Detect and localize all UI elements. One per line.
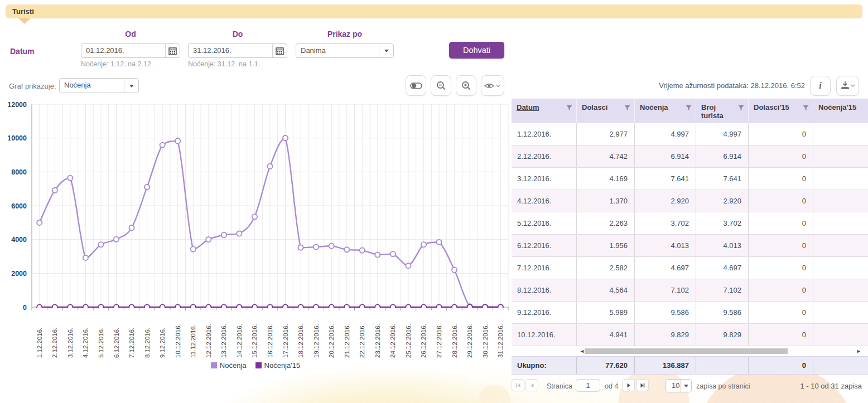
table-cell: 7.641 [635, 168, 696, 190]
table-row[interactable]: 3.12.2016.4.1697.6417.6410 [512, 168, 868, 190]
date-to-input[interactable]: 31.12.2016. [188, 43, 287, 58]
next-page-button[interactable] [622, 379, 635, 391]
panel-title: Turisti [6, 7, 34, 16]
panel-header[interactable]: Turisti [6, 4, 862, 18]
panel-arrow-icon [18, 18, 31, 24]
svg-text:15.12.2016.: 15.12.2016. [251, 324, 258, 358]
filter-icon[interactable] [624, 105, 630, 111]
svg-text:8000: 8000 [11, 168, 27, 176]
table-row[interactable]: 6.12.2016.1.9564.0134.0130 [512, 235, 868, 257]
table-cell: 4.941 [577, 324, 635, 346]
table-cell: 1.956 [577, 235, 635, 256]
toggle-button[interactable] [406, 75, 426, 96]
svg-text:20.12.2016.: 20.12.2016. [328, 324, 335, 358]
svg-text:4.12.2016.: 4.12.2016. [82, 328, 89, 358]
column-header[interactable]: Broj turista [696, 99, 749, 123]
total-cell: 77.620 [577, 357, 635, 374]
page-size-select[interactable]: 10 [666, 379, 692, 392]
filter-icon[interactable] [738, 105, 744, 111]
filter-icon[interactable] [686, 105, 692, 111]
table-cell [813, 279, 868, 301]
legend-item[interactable]: Noćenja [211, 361, 247, 370]
info-button[interactable]: i [810, 76, 831, 96]
chevron-down-icon [379, 44, 393, 57]
column-header[interactable]: Noćenja'15 [813, 99, 868, 123]
table-row[interactable]: 9.12.2016.5.9899.5869.5860 [512, 302, 868, 324]
graf-prikazuje-select[interactable]: Noćenja [59, 78, 139, 93]
table-cell: 4.12.2016. [512, 190, 577, 212]
table-cell: 3.12.2016. [512, 168, 577, 190]
column-header[interactable]: Dolasci'15 [749, 99, 813, 123]
date-to-note: Noćenje: 31.12. na 1.1. [188, 60, 260, 68]
prikaz-po-select[interactable]: Danima [296, 43, 394, 58]
table-cell: 4.564 [577, 279, 635, 301]
date-from-input[interactable]: 01.12.2016. [81, 43, 180, 58]
table-cell: 2.920 [696, 190, 749, 212]
last-page-button[interactable] [636, 379, 649, 391]
table-cell: 4.013 [635, 235, 696, 256]
table-cell [813, 190, 868, 212]
svg-text:24.12.2016.: 24.12.2016. [389, 324, 396, 358]
svg-text:0: 0 [23, 304, 27, 312]
table-row[interactable]: 1.12.2016.2.9774.9974.9970 [512, 123, 868, 145]
chart[interactable]: 0200040006000800010000120001.12.2016.2.1… [0, 100, 511, 365]
calendar-icon[interactable] [165, 44, 180, 57]
table-row[interactable]: 8.12.2016.4.5647.1027.1020 [512, 279, 868, 302]
svg-text:29.12.2016.: 29.12.2016. [466, 324, 473, 358]
zoom-in-button[interactable] [456, 75, 476, 96]
total-row: Ukupno:77.620136.8870 [512, 356, 868, 375]
svg-text:3.12.2016.: 3.12.2016. [67, 328, 74, 358]
datum-label: Datum [10, 47, 35, 56]
svg-text:22.12.2016.: 22.12.2016. [359, 324, 365, 358]
export-button[interactable] [836, 76, 859, 96]
table-row[interactable]: 2.12.2016.4.7426.9146.9140 [512, 145, 868, 168]
stranica-label: Stranica [547, 382, 572, 390]
svg-text:9.12.2016.: 9.12.2016. [159, 328, 166, 358]
table-cell: 0 [749, 235, 813, 256]
filter-icon[interactable] [803, 105, 809, 111]
table-cell: 6.914 [696, 145, 749, 167]
visibility-button[interactable] [481, 75, 504, 96]
total-cell: Ukupno: [512, 357, 577, 374]
dohvati-button[interactable]: Dohvati [449, 42, 504, 59]
table-cell [813, 145, 868, 167]
scrollbar-thumb[interactable] [585, 348, 788, 354]
column-header[interactable]: Datum [512, 99, 577, 123]
table-cell: 9.586 [696, 302, 749, 323]
scroll-left-icon[interactable]: ◄ [580, 348, 585, 354]
prev-page-button[interactable] [525, 379, 538, 391]
legend-item[interactable]: Noćenja'15 [255, 361, 301, 370]
table-cell: 9.12.2016. [512, 302, 577, 323]
svg-text:2000: 2000 [11, 270, 27, 278]
svg-text:1.12.2016.: 1.12.2016. [36, 328, 43, 358]
zoom-out-button[interactable] [431, 75, 451, 96]
table-row[interactable]: 5.12.2016.2.2633.7023.7020 [512, 212, 868, 235]
svg-text:18.12.2016.: 18.12.2016. [297, 324, 304, 358]
table-cell: 4.742 [577, 145, 635, 167]
table-cell: 4.013 [696, 235, 749, 256]
page-size-label: zapisa po stranici [696, 382, 750, 390]
column-header[interactable]: Noćenja [635, 99, 696, 123]
table-row[interactable]: 4.12.2016.1.3702.9202.9200 [512, 190, 868, 212]
horizontal-scrollbar[interactable]: ◄ ► [578, 347, 862, 356]
page-number-input[interactable]: 1 [576, 379, 600, 392]
svg-text:12.12.2016.: 12.12.2016. [205, 324, 212, 358]
svg-text:12000: 12000 [7, 101, 27, 109]
table-cell: 2.263 [577, 212, 635, 234]
first-page-button[interactable] [512, 379, 524, 391]
table-row[interactable]: 10.12.2016.4.9419.8299.8290 [512, 324, 868, 346]
graf-prikazuje-label: Graf prikazuje: [9, 82, 56, 90]
scroll-right-icon[interactable]: ► [856, 348, 861, 354]
total-cell: 136.887 [635, 357, 696, 374]
table-cell: 10.12.2016. [512, 324, 577, 346]
svg-text:19.12.2016.: 19.12.2016. [313, 324, 320, 358]
column-header[interactable]: Dolasci [577, 99, 635, 123]
filter-icon[interactable] [566, 105, 572, 111]
svg-text:6.12.2016.: 6.12.2016. [113, 328, 120, 358]
calendar-icon[interactable] [272, 44, 287, 57]
chevron-down-icon [124, 79, 138, 93]
info-icon: i [819, 81, 821, 91]
legend-label: Noćenja [220, 361, 247, 370]
table-row[interactable]: 7.12.2016.2.5824.6974.6970 [512, 257, 868, 279]
svg-text:11.12.2016.: 11.12.2016. [190, 324, 196, 358]
